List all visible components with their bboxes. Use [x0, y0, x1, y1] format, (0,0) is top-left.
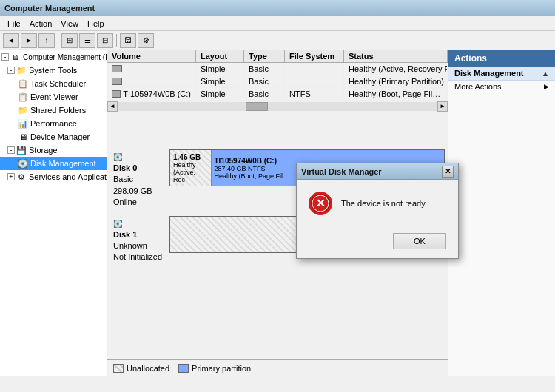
modal-title-bar: Virtual Disk Manager ✕	[297, 163, 458, 180]
svg-text:✕: ✕	[316, 197, 326, 209]
modal-error-icon: ✕	[309, 192, 332, 215]
modal-body: ✕ The device is not ready.	[297, 180, 458, 227]
modal-footer: OK	[297, 227, 458, 258]
modal-close-button[interactable]: ✕	[442, 166, 454, 178]
modal-title-text: Virtual Disk Manager	[301, 167, 382, 176]
virtual-disk-manager-dialog: Virtual Disk Manager ✕ ✕ The device is n…	[296, 163, 459, 259]
modal-ok-button[interactable]: OK	[393, 233, 446, 249]
modal-overlay: Virtual Disk Manager ✕ ✕ The device is n…	[0, 0, 555, 392]
modal-message: The device is not ready.	[341, 199, 446, 208]
